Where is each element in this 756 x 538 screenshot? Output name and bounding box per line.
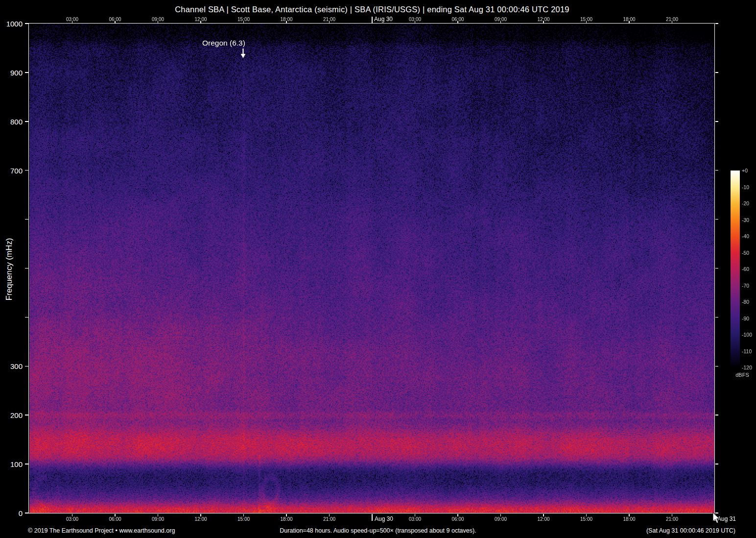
x-axis-label-bottom: 03:00 [66,516,78,522]
y-axis-tick-right [715,366,718,367]
colorbar-tick-label: -20 [742,200,756,206]
y-axis-tick-right [715,72,718,73]
x-axis-tick-bottom [672,514,673,516]
y-axis-tick-left [25,23,29,24]
y-axis-label: 800 [0,118,23,126]
x-axis-tick-top [372,17,373,24]
y-axis-tick-right [715,170,718,171]
colorbar-tick-label: -60 [742,266,756,272]
colorbar-tick-label: -10 [742,184,756,190]
x-axis-tick-bottom [457,514,458,516]
x-axis-tick-bottom [372,514,373,521]
colorbar-tick-label: -80 [742,299,756,305]
colorbar-canvas [731,171,740,367]
y-axis-label: 900 [0,69,23,77]
x-axis-label-top: 06:00 [451,17,464,22]
event-annotation: Oregon (6.3) [202,39,245,48]
colorbar-tick-label: -100 [742,332,756,338]
x-axis-label-top: 03:00 [66,17,78,22]
colorbar-tick-label: -120 [742,365,756,370]
y-axis-label: 700 [0,167,23,175]
y-axis-tick-right [715,121,718,122]
x-axis-label-top: 15:00 [580,17,592,22]
x-axis-tick-bottom [586,514,587,516]
x-axis-label-bottom: 03:00 [409,516,421,522]
x-axis-label-bottom: 18:00 [623,516,635,522]
y-axis-tick-right [715,415,718,416]
x-axis-tick-bottom [115,514,116,516]
copyright-text: © 2019 The Earthsound Project • www.eart… [28,527,175,534]
x-axis-tick-bottom [158,514,159,516]
x-axis-label-bottom: 18:00 [280,516,292,522]
y-axis-tick-left [25,513,29,514]
y-axis-tick-left [25,415,29,416]
colorbar-tick-label: -90 [742,316,756,321]
colorbar-tick-label: -40 [742,233,756,239]
x-axis-tick-bottom [286,514,287,516]
x-axis-label-bottom: 15:00 [580,516,592,522]
spectrogram-canvas [29,24,715,513]
x-axis-label-bottom: 21:00 [323,516,335,522]
y-axis-tick-left [25,72,29,73]
x-axis-label-bottom: 15:00 [237,516,250,522]
x-axis-tick-bottom [415,514,416,516]
x-axis-tick-bottom [543,514,544,516]
y-axis-tick-right [715,219,718,220]
x-axis-day-label-top: Aug 30 [374,16,393,23]
x-axis-label-bottom: 06:00 [109,516,121,522]
y-axis-tick-left [25,464,29,465]
x-axis-day-label-bottom: Aug 30 [375,515,393,522]
x-axis-label-top: 09:00 [152,17,164,22]
x-axis-label-top: 12:00 [537,17,549,22]
y-axis-tick-left [25,121,29,122]
timestamp-text: (Sat Aug 31 00:00:46 2019 UTC) [646,527,735,534]
colorbar-tick-label: +0 [742,168,756,173]
y-axis-tick-left [25,170,29,171]
x-axis-label-top: 18:00 [623,17,635,22]
y-axis-label: 200 [0,411,23,419]
x-axis-label-bottom: 06:00 [451,516,464,522]
x-axis-tick-bottom [72,514,73,516]
y-axis-tick-right [715,317,718,318]
x-axis-label-bottom: 21:00 [666,516,678,522]
y-axis-label: 1000 [0,20,23,28]
y-axis-tick-left [25,366,29,367]
y-axis-tick-right [715,268,718,269]
y-axis-label: 300 [0,362,23,370]
mouse-cursor-icon [712,512,721,525]
y-axis-tick-right [715,464,718,465]
x-axis-tick-bottom [243,514,244,516]
y-axis-tick-left [25,268,29,269]
x-axis-label-bottom: 09:00 [495,516,507,522]
x-axis-tick-bottom [329,514,330,516]
x-axis-label-bottom: 12:00 [537,516,549,522]
x-axis-label-top: 21:00 [666,17,678,22]
x-axis-label-top: 18:00 [280,17,292,22]
colorbar-unit-label: dBFS [732,372,753,378]
chart-title: Channel SBA | Scott Base, Antarctica (se… [0,5,744,14]
y-axis-title: Frequency (mHz) [4,230,14,309]
colorbar-tick-label: -70 [742,283,756,289]
y-axis-tick-left [25,317,29,318]
y-axis-label: 100 [0,460,23,468]
y-axis-label: 0 [0,509,23,517]
x-axis-tick-bottom [200,514,201,516]
x-axis-label-top: 12:00 [194,17,207,22]
colorbar-tick-label: -110 [742,348,756,354]
down-arrow-icon [239,48,247,59]
x-axis-label-top: 15:00 [237,17,250,22]
spectrogram-figure: Channel SBA | Scott Base, Antarctica (se… [0,0,756,538]
x-axis-label-top: 06:00 [109,17,121,22]
x-axis-tick-bottom [629,514,630,516]
duration-text: Duration=48 hours. Audio speed-up=500× (… [280,527,476,534]
x-axis-label-bottom: 09:00 [152,516,164,522]
x-axis-label-top: 03:00 [409,17,421,22]
y-axis-tick-right [715,23,718,24]
x-axis-tick-bottom [500,514,501,516]
y-axis-tick-left [25,219,29,220]
colorbar-tick-label: -50 [742,250,756,256]
x-axis-label-bottom: 12:00 [194,516,207,522]
colorbar-tick-label: -30 [742,217,756,223]
event-annotation-label: Oregon (6.3) [202,39,245,47]
x-axis-label-top: 09:00 [495,17,507,22]
